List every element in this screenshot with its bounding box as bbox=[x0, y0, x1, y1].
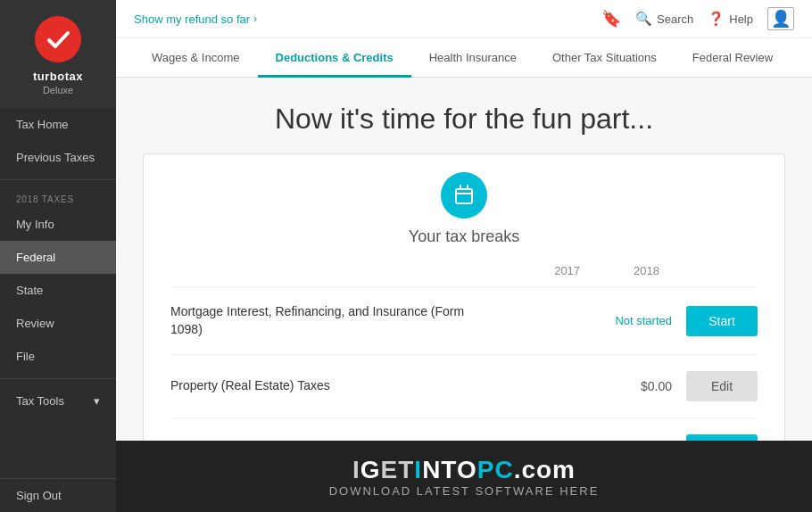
nav-divider-2 bbox=[0, 378, 116, 379]
logo-area: turbotax Deluxe bbox=[0, 0, 116, 108]
deduction-right: Not started Start bbox=[615, 306, 758, 336]
sidebar: turbotax Deluxe Tax Home Previous Taxes … bbox=[0, 0, 116, 512]
page-title: Now it's time for the fun part... bbox=[143, 78, 785, 153]
section-label: 2018 TAXES bbox=[0, 186, 116, 208]
brand-tier: Deluxe bbox=[43, 85, 73, 95]
refund-link[interactable]: Show my refund so far › bbox=[134, 12, 257, 26]
sidebar-item-previous-taxes[interactable]: Previous Taxes bbox=[0, 141, 116, 174]
tax-tools-label: Tax Tools bbox=[16, 394, 64, 408]
table-row: Property (Real Estate) Taxes $0.00 Edit bbox=[170, 354, 758, 417]
turbotax-logo bbox=[35, 16, 81, 62]
sidebar-item-review[interactable]: Review bbox=[0, 307, 116, 340]
status-badge: Not started bbox=[615, 314, 672, 327]
search-label: Search bbox=[657, 12, 693, 26]
sidebar-item-my-info[interactable]: My Info bbox=[0, 208, 116, 241]
year-headers: 2017 2018 bbox=[170, 264, 758, 277]
brand-name: turbotax bbox=[33, 70, 83, 83]
table-row: Mortgage Interest, Refinancing, and Insu… bbox=[170, 286, 758, 354]
tab-deductions-credits[interactable]: Deductions & Credits bbox=[258, 38, 411, 77]
year-2017: 2017 bbox=[554, 264, 580, 277]
sidebar-item-tax-tools[interactable]: Tax Tools ▾ bbox=[0, 384, 116, 417]
help-icon: ❓ bbox=[708, 11, 725, 27]
chevron-down-icon: ▾ bbox=[94, 394, 100, 408]
sidebar-item-federal[interactable]: Federal bbox=[0, 241, 116, 274]
bookmark-icon[interactable]: 🔖 bbox=[601, 9, 621, 29]
svg-rect-0 bbox=[456, 189, 472, 203]
nav-divider bbox=[0, 179, 116, 180]
tab-wages-income[interactable]: Wages & Income bbox=[134, 38, 258, 77]
deduction-label: Mortgage Interest, Refinancing, and Insu… bbox=[170, 303, 492, 338]
help-label: Help bbox=[729, 12, 753, 26]
watermark-overlay: IGETINTOPC.com Download Latest Software … bbox=[116, 441, 812, 512]
tax-breaks-header: Your tax breaks bbox=[170, 172, 758, 246]
year-2018: 2018 bbox=[634, 264, 659, 277]
help-button[interactable]: ❓ Help bbox=[708, 11, 753, 27]
tab-federal-review[interactable]: Federal Review bbox=[675, 38, 791, 77]
sidebar-item-sign-out[interactable]: Sign Out bbox=[0, 478, 116, 512]
start-button[interactable]: Start bbox=[686, 306, 758, 336]
tax-breaks-icon bbox=[441, 172, 487, 219]
search-icon: 🔍 bbox=[635, 11, 652, 27]
topbar-right: 🔖 🔍 Search ❓ Help 👤 bbox=[601, 7, 794, 30]
user-avatar[interactable]: 👤 bbox=[767, 7, 794, 30]
tab-other-tax[interactable]: Other Tax Situations bbox=[534, 38, 675, 77]
tax-breaks-title: Your tax breaks bbox=[409, 227, 519, 246]
watermark-sub: Download Latest Software Here bbox=[329, 484, 600, 498]
main-content: Show my refund so far › 🔖 🔍 Search ❓ Hel… bbox=[116, 0, 812, 512]
chevron-right-icon: › bbox=[253, 12, 257, 25]
refund-link-text: Show my refund so far bbox=[134, 12, 250, 26]
user-icon: 👤 bbox=[767, 7, 794, 30]
sidebar-item-file[interactable]: File bbox=[0, 340, 116, 373]
search-button[interactable]: 🔍 Search bbox=[635, 11, 693, 27]
tab-health-insurance[interactable]: Health Insurance bbox=[411, 38, 534, 77]
sidebar-item-state[interactable]: State bbox=[0, 274, 116, 307]
deduction-value: $0.00 bbox=[618, 379, 672, 393]
nav-tabs: Wages & Income Deductions & Credits Heal… bbox=[116, 38, 812, 78]
watermark-text: IGETINTOPC.com bbox=[329, 456, 600, 484]
topbar: Show my refund so far › 🔖 🔍 Search ❓ Hel… bbox=[116, 0, 812, 38]
deduction-right: $0.00 Edit bbox=[618, 371, 758, 401]
sidebar-item-tax-home[interactable]: Tax Home bbox=[0, 108, 116, 141]
deduction-label: Property (Real Estate) Taxes bbox=[170, 377, 330, 395]
edit-button[interactable]: Edit bbox=[686, 371, 758, 401]
